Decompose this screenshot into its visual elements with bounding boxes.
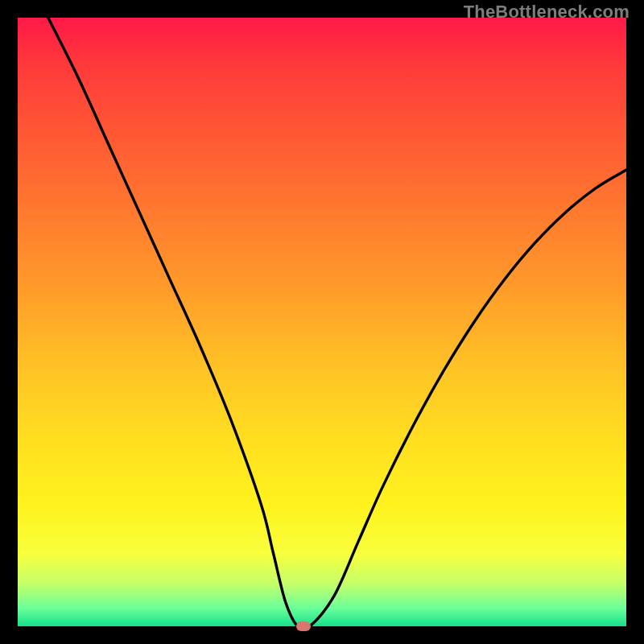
watermark-text: TheBottleneck.com — [464, 2, 630, 23]
optimum-marker — [296, 621, 311, 631]
plot-area — [18, 18, 626, 626]
curve-svg — [18, 18, 626, 626]
bottleneck-curve — [48, 18, 626, 626]
chart-frame: TheBottleneck.com — [0, 0, 644, 644]
